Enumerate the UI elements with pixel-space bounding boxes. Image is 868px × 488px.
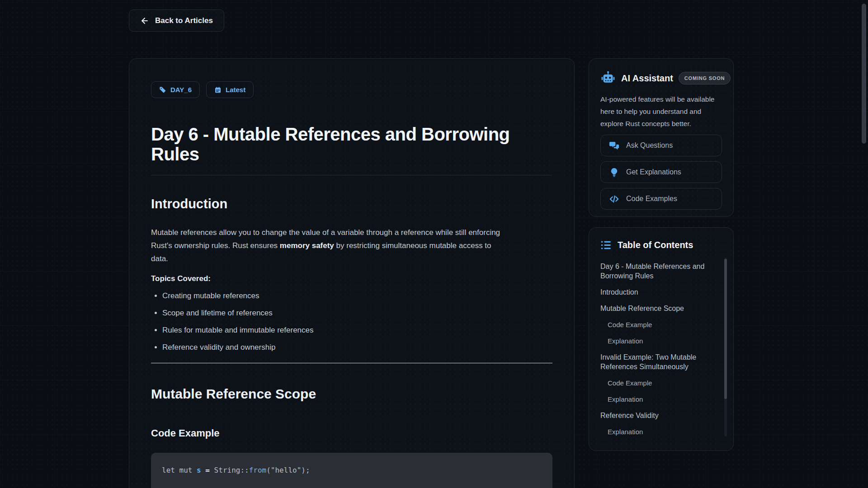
chat-icon [609,141,619,151]
introduction-heading: Introduction [151,196,552,211]
coming-soon-badge: COMING SOON [679,72,731,84]
back-to-articles-button[interactable]: Back to Articles [129,9,224,32]
toc-title: Table of Contents [618,240,693,250]
toc-item[interactable]: Code Example [600,378,714,388]
table-of-contents-card: Table of Contents Day 6 - Mutable Refere… [589,227,734,451]
badge-row: DAY_6 Latest [151,81,552,98]
toc-item[interactable]: Mutable Reference Scope [600,304,714,313]
get-explanations-button[interactable]: Get Explanations [600,161,722,183]
toc-item[interactable]: Code Example [600,320,714,329]
introduction-paragraph: Mutable references allow you to change t… [151,226,501,265]
badge-day[interactable]: DAY_6 [151,81,200,98]
toc-item[interactable]: Reference Validity [600,411,714,420]
arrow-left-icon [140,16,149,25]
toc-item[interactable]: Day 6 - Mutable References and Borrowing… [600,262,714,281]
section-divider [151,363,552,363]
code-line-blank [162,476,542,488]
tag-icon [159,86,166,94]
code-token: let mut [162,466,197,474]
toc-scrollbar-track [724,258,727,436]
calendar-icon [214,86,222,94]
topics-covered-label: Topics Covered: [151,274,552,283]
badge-latest-label: Latest [226,86,245,94]
article-title: Day 6 - Mutable References and Borrowing… [151,124,552,175]
badge-latest[interactable]: Latest [206,81,254,98]
toc-header: Table of Contents [600,239,722,251]
topic-item: Scope and lifetime of references [162,308,552,319]
intro-text-bold: memory safety [280,241,334,250]
toc-item[interactable]: Explanation [600,427,714,436]
badge-day-label: DAY_6 [170,86,192,94]
toc-list: Day 6 - Mutable References and Borrowing… [600,262,722,436]
ai-assistant-header: AI Assistant COMING SOON [600,70,722,86]
ai-assistant-description: AI-powered features will be available he… [600,93,722,130]
get-explanations-label: Get Explanations [626,168,681,176]
code-token: ("hello"); [266,466,310,474]
page-scrollbar-thumb[interactable] [862,4,866,144]
toc-item[interactable]: Explanation [600,336,714,346]
code-examples-button[interactable]: Code Examples [600,188,722,210]
topics-list: Creating mutable references Scope and li… [151,291,552,353]
code-token: s [197,466,201,474]
code-line: let mut s = String::from("hello"); [162,465,542,476]
back-button-label: Back to Articles [155,16,213,25]
code-example-heading: Code Example [151,427,552,439]
toc-scrollbar-thumb[interactable] [724,259,727,399]
topic-item: Reference validity and ownership [162,342,552,353]
code-token: String:: [210,466,249,474]
topic-item: Rules for mutable and immutable referenc… [162,325,552,336]
article-card: DAY_6 Latest Day 6 - Mutable References … [129,58,575,488]
robot-icon [600,70,616,86]
scope-section-heading: Mutable Reference Scope [151,386,552,402]
lightbulb-icon [609,167,619,178]
toc-item[interactable]: Explanation [600,394,714,404]
ask-questions-button[interactable]: Ask Questions [600,135,722,156]
code-token: from [249,466,267,474]
ai-assistant-card: AI Assistant COMING SOON AI-powered feat… [589,58,734,217]
ai-assistant-title: AI Assistant [621,73,673,84]
code-examples-label: Code Examples [626,195,677,203]
topic-item: Creating mutable references [162,291,552,301]
toc-item[interactable]: Introduction [600,287,714,297]
code-block: let mut s = String::from("hello"); { let… [151,453,552,488]
code-token [201,466,206,474]
code-icon [609,194,619,204]
list-icon [600,239,612,251]
code-token: = [205,466,210,474]
toc-item[interactable]: Invalid Example: Two Mutable References … [600,352,714,371]
ask-questions-label: Ask Questions [626,141,673,150]
